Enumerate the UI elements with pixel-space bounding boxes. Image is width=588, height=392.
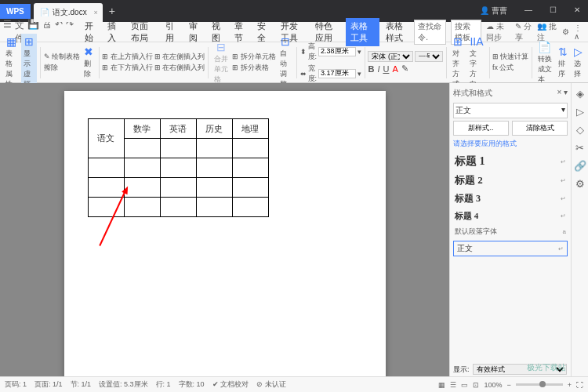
menu-插入[interactable]: 插入 (103, 18, 124, 46)
style-heading4[interactable]: 标题 4↵ (453, 208, 568, 224)
height-icon: ⬍ (300, 48, 307, 56)
sync-status[interactable]: ☁ 未同步 (486, 21, 510, 43)
merge-cells: ⊟合并单元格 (212, 41, 230, 85)
share-button[interactable]: ✎ 分享 (515, 21, 532, 43)
zoom-out[interactable]: − (506, 381, 510, 389)
new-style-button[interactable]: 新样式.. (453, 121, 509, 136)
close-icon[interactable]: ✕ (566, 2, 588, 20)
add-tab-button[interactable]: + (109, 5, 115, 17)
fullscreen-icon[interactable]: ⛶ (576, 381, 583, 389)
style-body[interactable]: 正文↵ (453, 241, 568, 256)
approve-button[interactable]: 👥 批注 (537, 21, 557, 43)
color-button[interactable]: A (392, 64, 397, 74)
insert-right[interactable]: ⊞ 在右侧插入列 (154, 63, 205, 73)
panel-hint: 请选择要应用的格式 (453, 139, 568, 149)
status-pos: 设置值: 5.3厘米 (99, 379, 148, 390)
header-cell[interactable]: 英语 (160, 119, 196, 139)
page: 语文 数学 英语 历史 地理 (64, 91, 386, 376)
draw-table[interactable]: ✎ 绘制表格 (44, 52, 81, 62)
user-icon[interactable]: 👤 曹曹 (472, 2, 515, 20)
header-cell[interactable]: 历史 (196, 119, 232, 139)
status-auth[interactable]: ⊘ 未认证 (256, 379, 286, 390)
to-text-button[interactable]: 📄转换成文本 (535, 41, 554, 85)
wps-logo: WPS (0, 4, 31, 19)
minimize-icon[interactable]: — (517, 2, 540, 20)
width-icon: ⬌ (300, 70, 307, 78)
status-col: 字数: 10 (179, 379, 205, 390)
panel-title: 样式和格式 (453, 88, 492, 99)
select-button[interactable]: ▷选择 (572, 45, 585, 79)
merged-cell[interactable]: 语文 (88, 119, 124, 158)
doc-icon: 📄 (40, 8, 49, 16)
font-select[interactable]: 宋体 (正文) (368, 51, 413, 62)
show-label: 显示: (453, 365, 470, 375)
menu-安全[interactable]: 安全 (252, 18, 274, 46)
side-toolbar: ◈ ▷ ◇ ✂ 🔗 ⚙ (571, 83, 588, 376)
table-props-button[interactable]: ▦表格属性 (3, 35, 20, 89)
menu-审阅[interactable]: 审阅 (184, 18, 205, 46)
doc-name: 语文.docx (53, 7, 87, 18)
zoom-slider[interactable] (516, 383, 563, 386)
side-select-icon[interactable]: ▷ (576, 106, 584, 118)
size-select[interactable]: 一号 (415, 51, 443, 62)
clear-format-button[interactable]: 清除格式 (512, 121, 568, 136)
text-dir-button[interactable]: IIA文字方向 (467, 35, 485, 89)
side-clip-icon[interactable]: ✂ (575, 142, 584, 154)
redo-icon[interactable]: ↷ (66, 19, 74, 45)
style-heading2[interactable]: 标题 2↵ (453, 171, 568, 190)
menu-页面布局[interactable]: 页面布局 (126, 18, 160, 46)
current-style-select[interactable]: 正文 ▾ (453, 103, 568, 118)
insert-above[interactable]: ⊞ 在上方插入行 (102, 52, 153, 62)
header-cell[interactable]: 地理 (232, 119, 268, 139)
zoom-value[interactable]: 100% (484, 381, 502, 389)
close-tab-icon[interactable]: × (93, 9, 97, 16)
view-icon4[interactable]: ⊡ (473, 381, 479, 389)
document-area[interactable]: 语文 数学 英语 历史 地理 (0, 83, 449, 376)
menu-开始[interactable]: 开始 (80, 18, 101, 46)
split-table[interactable]: ⊞ 拆分表格 (232, 63, 276, 73)
align-button[interactable]: ⊞对齐方式 (450, 35, 466, 89)
menu-章节[interactable]: 章节 (230, 18, 251, 46)
insert-left[interactable]: ⊞ 在左侧插入列 (154, 52, 205, 62)
height-input[interactable] (318, 47, 356, 56)
width-input[interactable] (318, 69, 356, 78)
menu-引用[interactable]: 引用 (161, 18, 182, 46)
erase[interactable]: 擦除 (44, 63, 81, 73)
view-icon2[interactable]: ☰ (450, 381, 456, 389)
settings-icon[interactable]: ⚙ (562, 27, 569, 36)
bold-button[interactable]: B (368, 64, 374, 74)
style-default-font[interactable]: 默认段落字体a (453, 224, 568, 239)
undo-icon[interactable]: ↶ (55, 19, 63, 45)
side-link-icon[interactable]: 🔗 (574, 160, 586, 172)
document-table[interactable]: 语文 数学 英语 历史 地理 (88, 118, 269, 217)
highlight-button[interactable]: ✎ (401, 64, 408, 74)
side-settings-icon[interactable]: ⚙ (575, 178, 585, 190)
quick-calc[interactable]: ⊞ 快速计算 (492, 52, 529, 62)
split-cell[interactable]: ⊞ 拆分单元格 (232, 52, 276, 62)
formula-button[interactable]: fx 公式 (492, 63, 529, 73)
header-cell[interactable]: 数学 (124, 119, 160, 139)
styles-panel: 样式和格式× ▾ 正文 ▾ 新样式.. 清除格式 请选择要应用的格式 标题 1↵… (449, 83, 571, 376)
status-section: 节: 1/1 (71, 379, 92, 390)
status-spell[interactable]: ✔ 文档校对 (212, 379, 249, 390)
more-icon[interactable]: ⋮ ∧ (574, 24, 585, 41)
view-icon[interactable]: ▦ (438, 381, 445, 389)
side-shape-icon[interactable]: ◇ (576, 124, 584, 136)
side-format-icon[interactable]: ◈ (576, 88, 584, 100)
italic-button[interactable]: I (377, 64, 379, 74)
autofit[interactable]: ⊡自动调整 (278, 35, 294, 89)
print-icon[interactable]: 🖨 (42, 19, 52, 45)
style-heading3[interactable]: 标题 3↵ (453, 190, 568, 208)
menu-表格样式[interactable]: 表格样式 (381, 18, 415, 46)
view-icon3[interactable]: ▭ (461, 381, 468, 389)
panel-close-icon[interactable]: × ▾ (557, 88, 568, 99)
find-command[interactable]: 查找命令. (414, 20, 446, 45)
delete-button[interactable]: ✖删除 (82, 45, 96, 79)
zoom-in[interactable]: + (568, 381, 572, 389)
sort-button[interactable]: ⇅排序 (556, 45, 570, 79)
insert-below[interactable]: ⊞ 在下方插入行 (102, 63, 153, 73)
maximize-icon[interactable]: ☐ (542, 2, 564, 20)
style-heading1[interactable]: 标题 1↵ (453, 152, 568, 171)
document-tab[interactable]: 📄 语文.docx × (34, 3, 103, 22)
underline-button[interactable]: U (383, 64, 389, 74)
